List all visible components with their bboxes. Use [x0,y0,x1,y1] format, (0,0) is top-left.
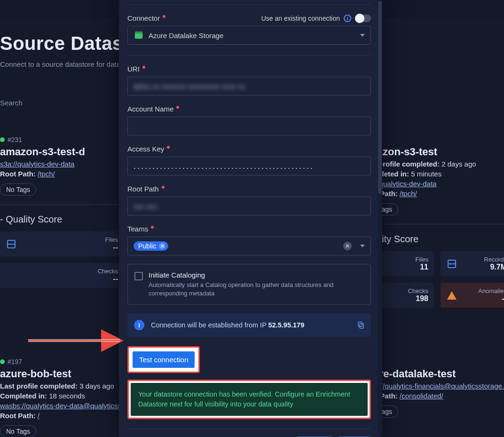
required-indicator-icon [163,15,165,18]
uri-value: abfss xx xxxxxxx xxxxxxxxx xxxx xx [134,82,245,90]
team-chip-label: Public [138,242,156,250]
teams-label: Teams [127,225,148,233]
use-existing-label: Use an existing connection [261,15,340,22]
svg-rect-6 [135,33,143,39]
initiate-cataloging-option[interactable]: Initiate Cataloging Automatically start … [127,264,371,305]
ip-value: 52.5.95.179 [268,321,305,329]
required-indicator-icon [142,66,145,69]
connector-label: Connector [127,14,160,22]
annotation-arrow-icon [28,334,127,347]
chevron-down-icon [360,34,365,37]
uri-label: URI [127,65,140,73]
svg-rect-7 [135,32,143,34]
test-connection-button[interactable]: Test connection [132,350,196,369]
uri-input[interactable]: abfss xx xxxxxxx xxxxxxxxx xxxx xx [127,77,371,95]
root-path-value: xxx xxx [134,202,157,210]
required-indicator-icon [176,106,179,109]
info-icon: i [134,320,144,330]
use-existing-toggle[interactable] [355,15,371,22]
account-name-input[interactable] [127,117,371,135]
required-indicator-icon [167,146,170,149]
svg-rect-8 [360,324,363,328]
cataloging-description: Automatically start a Catalog operation … [149,281,364,298]
connection-success-message: Your datastore connection has been verif… [131,383,368,416]
required-indicator-icon [151,226,154,229]
access-key-label: Access Key [127,145,164,153]
copy-icon[interactable] [357,321,365,329]
chevron-down-icon [360,245,365,247]
dialog-footer: Finish Next [127,429,371,437]
connection-ip-banner: i Connection will be established from IP… [127,313,371,337]
remove-chip-icon[interactable]: ✕ [159,243,165,249]
cataloging-title: Initiate Cataloging [149,271,364,279]
connector-select[interactable]: Azure Datalake Storage [127,26,371,45]
add-datastore-dialog: Connector Use an existing connection i A… [119,0,382,437]
required-indicator-icon [162,186,165,189]
team-chip[interactable]: Public✕ [134,241,168,251]
svg-rect-9 [358,322,362,327]
root-path-input[interactable]: xxx xxx [127,197,371,215]
cataloging-checkbox[interactable] [134,272,143,280]
dialog-overlay: Connector Use an existing connection i A… [0,0,504,437]
access-key-input[interactable]: ........................................… [127,157,371,175]
connector-selected-value: Azure Datalake Storage [149,32,223,40]
teams-combo[interactable]: Public✕ ✕ [127,237,371,255]
access-key-masked: ........................................… [134,161,314,171]
azure-datalake-icon [134,30,144,40]
clear-all-icon[interactable]: ✕ [343,242,352,250]
root-path-label: Root Path [127,185,159,193]
account-name-label: Account Name [127,105,173,113]
annotation-highlight: Test connection [127,346,200,373]
ip-banner-text: Connection will be established from IP [151,321,268,329]
wizard-step-icons [127,0,371,5]
info-icon[interactable]: i [344,15,351,22]
annotation-highlight: Your datastore connection has been verif… [127,380,371,419]
